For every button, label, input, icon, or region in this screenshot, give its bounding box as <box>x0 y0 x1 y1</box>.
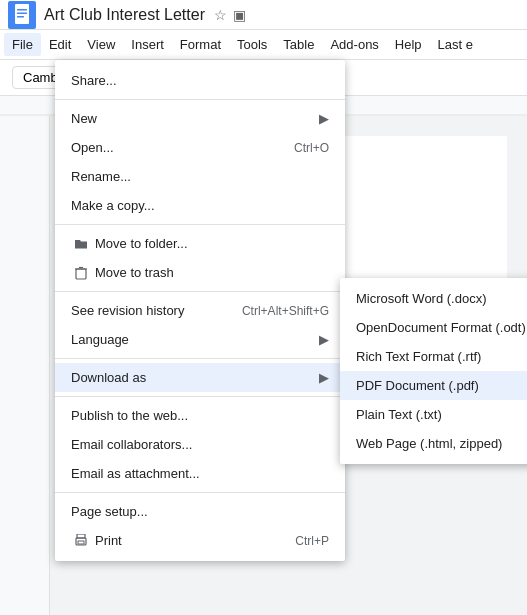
menu-download-as[interactable]: Download as ▶ <box>55 363 345 392</box>
menu-view[interactable]: View <box>79 33 123 56</box>
sidebar <box>0 116 50 615</box>
google-docs-icon <box>8 1 36 29</box>
move-to-folder-label: Move to folder... <box>95 236 188 251</box>
download-submenu[interactable]: Microsoft Word (.docx) OpenDocument Form… <box>340 278 527 464</box>
rtf-label: Rich Text Format (.rtf) <box>356 349 481 364</box>
rename-label: Rename... <box>71 169 131 184</box>
menu-edit[interactable]: Edit <box>41 33 79 56</box>
menu-tools[interactable]: Tools <box>229 33 275 56</box>
email-attachment-label: Email as attachment... <box>71 466 200 481</box>
print-menu-icon <box>71 534 91 547</box>
svg-rect-24 <box>78 541 84 544</box>
menu-move-to-trash[interactable]: Move to trash <box>55 258 345 287</box>
menu-insert[interactable]: Insert <box>123 33 172 56</box>
trash-menu-icon <box>71 266 91 280</box>
divider-4 <box>55 358 345 359</box>
odt-label: OpenDocument Format (.odt) <box>356 320 526 335</box>
email-collaborators-label: Email collaborators... <box>71 437 192 452</box>
submenu-rtf[interactable]: Rich Text Format (.rtf) <box>340 342 527 371</box>
publish-web-label: Publish to the web... <box>71 408 188 423</box>
open-label: Open... <box>71 140 114 155</box>
svg-rect-23 <box>77 534 85 538</box>
print-label: Print <box>95 533 122 548</box>
menu-addons[interactable]: Add-ons <box>322 33 386 56</box>
word-label: Microsoft Word (.docx) <box>356 291 487 306</box>
file-menu-dropdown[interactable]: Share... New ▶ Open... Ctrl+O Rename... … <box>55 60 345 561</box>
move-to-trash-label: Move to trash <box>95 265 174 280</box>
print-shortcut: Ctrl+P <box>295 534 329 548</box>
star-icon[interactable]: ☆ <box>214 7 227 23</box>
revision-history-label: See revision history <box>71 303 184 318</box>
menu-print[interactable]: Print Ctrl+P <box>55 526 345 555</box>
menu-language[interactable]: Language ▶ <box>55 325 345 354</box>
menu-page-setup[interactable]: Page setup... <box>55 497 345 526</box>
folder-icon[interactable]: ▣ <box>233 7 246 23</box>
svg-rect-1 <box>17 9 27 11</box>
download-as-label: Download as <box>71 370 146 385</box>
menu-help[interactable]: Help <box>387 33 430 56</box>
menu-rename[interactable]: Rename... <box>55 162 345 191</box>
menu-revision-history[interactable]: See revision history Ctrl+Alt+Shift+G <box>55 296 345 325</box>
revision-shortcut: Ctrl+Alt+Shift+G <box>242 304 329 318</box>
menu-email-attachment[interactable]: Email as attachment... <box>55 459 345 488</box>
menu-format[interactable]: Format <box>172 33 229 56</box>
submenu-txt[interactable]: Plain Text (.txt) <box>340 400 527 429</box>
submenu-pdf[interactable]: PDF Document (.pdf) <box>340 371 527 400</box>
menu-publish-web[interactable]: Publish to the web... <box>55 401 345 430</box>
new-label: New <box>71 111 97 126</box>
menu-open[interactable]: Open... Ctrl+O <box>55 133 345 162</box>
folder-menu-icon <box>71 238 91 250</box>
menu-table[interactable]: Table <box>275 33 322 56</box>
page-setup-label: Page setup... <box>71 504 148 519</box>
txt-label: Plain Text (.txt) <box>356 407 442 422</box>
menu-email-collaborators[interactable]: Email collaborators... <box>55 430 345 459</box>
divider-5 <box>55 396 345 397</box>
menu-bar: File Edit View Insert Format Tools Table… <box>0 30 527 60</box>
document-title: Art Club Interest Letter <box>44 6 205 24</box>
language-arrow: ▶ <box>319 332 329 347</box>
svg-rect-19 <box>76 269 86 279</box>
submenu-odt[interactable]: OpenDocument Format (.odt) <box>340 313 527 342</box>
divider-3 <box>55 291 345 292</box>
menu-move-to-folder[interactable]: Move to folder... <box>55 229 345 258</box>
menu-file[interactable]: File <box>4 33 41 56</box>
menu-share[interactable]: Share... <box>55 66 345 95</box>
divider-1 <box>55 99 345 100</box>
submenu-html[interactable]: Web Page (.html, zipped) <box>340 429 527 458</box>
submenu-word[interactable]: Microsoft Word (.docx) <box>340 284 527 313</box>
share-label: Share... <box>71 73 117 88</box>
menu-make-copy[interactable]: Make a copy... <box>55 191 345 220</box>
divider-6 <box>55 492 345 493</box>
pdf-label: PDF Document (.pdf) <box>356 378 479 393</box>
download-arrow: ▶ <box>319 370 329 385</box>
svg-rect-3 <box>17 16 24 18</box>
svg-rect-2 <box>17 12 27 14</box>
menu-new[interactable]: New ▶ <box>55 104 345 133</box>
title-bar: Art Club Interest Letter ☆ ▣ <box>0 0 527 30</box>
divider-2 <box>55 224 345 225</box>
open-shortcut: Ctrl+O <box>294 141 329 155</box>
html-label: Web Page (.html, zipped) <box>356 436 502 451</box>
arrow-icon: ▶ <box>319 111 329 126</box>
make-copy-label: Make a copy... <box>71 198 155 213</box>
menu-last-edit[interactable]: Last e <box>430 33 481 56</box>
language-label: Language <box>71 332 129 347</box>
